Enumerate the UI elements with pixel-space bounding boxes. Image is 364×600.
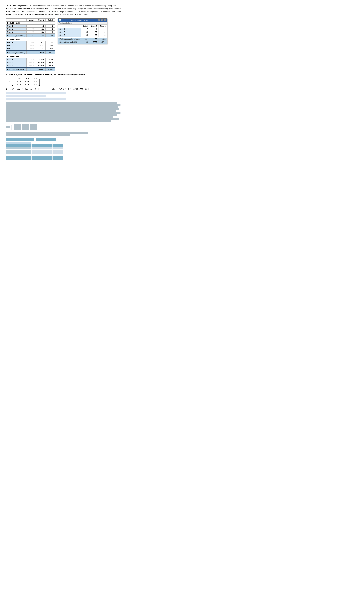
markov-spacer-row <box>58 37 107 38</box>
if-label: If: <box>6 88 8 90</box>
blurred-ans-2 <box>6 134 70 136</box>
prob-v2-p3: .321915 <box>36 68 46 71</box>
markov-cell-s3-s1: .05 <box>81 34 90 37</box>
cell-p2-s3-s2: .0925 <box>36 47 46 50</box>
blurred-cell-1-3 <box>53 147 63 150</box>
row-label: State 1 <box>6 41 27 44</box>
markov-cell-s2-s2: .85 <box>90 31 98 34</box>
cell-p2-s3-s3: .825 <box>46 47 55 50</box>
markov-cell-s3-s2: .05 <box>90 34 98 37</box>
blurred-answer-block-1 <box>6 92 123 97</box>
main-transition-table: State 1 State 2 State 3 End of Period 1 … <box>6 19 55 71</box>
blurred-matrix-cells <box>14 124 37 131</box>
blurred-cell-2-2 <box>42 150 52 152</box>
blurred-footer-row-2 <box>6 158 63 160</box>
blurred-footer-1-1 <box>32 156 42 158</box>
blurred-mc-22 <box>30 128 37 130</box>
blurred-col-h0 <box>6 144 31 147</box>
matrix-cell-12: 0.1 <box>30 80 38 83</box>
blurred-cell-1-2 <box>42 147 52 150</box>
prob-row-period1: End prob (given initial) .264 .33 .396 <box>6 34 55 37</box>
problem-text: 14-10) Over any given month, Dress-Rite … <box>6 4 123 16</box>
row-label: State 3 <box>6 47 27 50</box>
prob-v3-p1: .396 <box>46 34 55 37</box>
blurred-mc-11 <box>22 126 29 128</box>
pi1-expression: π(1) = 1⁄3(0.8 1 1.2) = (.264 .333 .396) <box>51 88 89 90</box>
row-label: State 1 <box>6 25 27 28</box>
minimize-button[interactable]: − <box>98 19 100 21</box>
prob-v1-p2: .2211 <box>27 51 36 54</box>
ending-prob-v2: .33 <box>90 38 98 41</box>
cell-p3-s1-s1: .37825 <box>27 58 36 61</box>
blurred-answer-block-2 <box>6 98 123 100</box>
cell-p1-s2-s3: .1 <box>46 28 55 31</box>
matrix-cell-11: 0.85 <box>22 80 30 83</box>
cell-p2-s1-s2: .165 <box>36 41 46 44</box>
spacer-row <box>6 54 55 55</box>
section-header-period1: End of Period 1 <box>6 22 55 25</box>
blurred-mc-12 <box>30 126 37 128</box>
blurred-cell-2-3 <box>53 150 63 152</box>
markov-results-table: State 1 State 2 State 3 State 1 7 .1 2 S… <box>58 25 107 44</box>
cell-p1-s1-s3: .2 <box>46 25 55 28</box>
blurred-problem-text <box>6 102 123 122</box>
maximize-button[interactable]: □ <box>101 19 103 21</box>
blurred-mc-10 <box>14 126 21 128</box>
blurred-row-label-2 <box>6 150 31 152</box>
right-bracket: ] <box>38 78 41 85</box>
ending-prob-v1: .264 <box>81 38 90 41</box>
blurred-col-h1 <box>32 144 42 147</box>
blurred-row-label-3 <box>6 152 31 154</box>
cell-p1-s3-s1: .05 <box>27 31 36 34</box>
ending-prob-label: Ending probability (given... <box>58 38 81 41</box>
table-header-row: State 1 State 2 State 3 <box>6 19 55 22</box>
matrix-cell-20: 0.05 <box>14 83 22 86</box>
cell-p3-s1-s3: .4145 <box>46 58 55 61</box>
row-label: State 2 <box>6 61 27 64</box>
markov-cell-s2-s3: .1 <box>98 31 107 34</box>
popup-window-controls[interactable]: − □ × <box>98 19 106 21</box>
spacer-row <box>6 37 55 38</box>
table-row: State 3 .0825 .0925 .825 <box>6 47 55 50</box>
blurred-row-label-1 <box>6 147 31 150</box>
steady-state-label: Steady State probability <box>58 41 81 44</box>
markov-col-empty <box>58 25 81 28</box>
steady-state-v3: .5714 <box>98 41 107 44</box>
if-then-line: If: π(0) = (1⁄3 1⁄3 1⁄3) = 1⁄3(1 1 1) π(… <box>6 88 123 90</box>
cell-p3-s2-s1: .103625 <box>27 61 36 64</box>
markov-analysis-popup: 📊 Markov Analysis Results − □ × (untitle… <box>58 19 108 44</box>
cell-p1-s2-s1: .05 <box>27 28 36 31</box>
close-button[interactable]: × <box>104 19 106 21</box>
blurred-table-row-2 <box>6 150 63 152</box>
popup-subtitle: (untitled) Solution <box>58 22 107 25</box>
row-label: State 3 <box>6 64 27 67</box>
blurred-footer-2-3 <box>53 158 63 160</box>
markov-cell-s1-s1: 7 <box>81 28 90 31</box>
markov-col-state3: State 3 <box>98 25 107 28</box>
markov-header-row: State 1 State 2 State 3 <box>58 25 107 28</box>
col-header-state2: State 2 <box>36 19 46 22</box>
blurred-para-1 <box>6 102 117 104</box>
blurred-para-7 <box>6 114 117 116</box>
cell-p3-s3-s1: .103625 <box>27 64 36 67</box>
markov-cell-s1-s3: 2 <box>98 28 107 31</box>
cell-p3-s2-s2: .640125 <box>36 61 46 64</box>
markov-row-label: State 3 <box>58 34 81 37</box>
steady-state-v2: .2857 <box>90 41 98 44</box>
blurred-para-10 <box>6 120 111 122</box>
markov-cell-s1-s2: .1 <box>90 28 98 31</box>
markov-col-state1: State 1 <box>81 25 90 28</box>
cell-p3-s3-s3: .76825 <box>46 64 55 67</box>
blurred-footer-2-1 <box>32 158 42 160</box>
prob-v3-p2: .4422 <box>46 51 55 54</box>
blurred-cell-3-2 <box>42 152 52 154</box>
markov-cell-s3-s3: .9 <box>98 34 107 37</box>
cell-p2-s1-s3: .33 <box>46 41 55 44</box>
markov-col-state2: State 2 <box>90 25 98 28</box>
blurred-cell-1-1 <box>32 147 42 150</box>
popup-title-bar: 📊 Markov Analysis Results − □ × <box>58 19 107 22</box>
blurred-para-8 <box>6 116 113 118</box>
prob-label-p1: End prob (given initial) <box>6 34 27 37</box>
prob-v3-p3: .47487 <box>46 68 55 71</box>
table-row: State 1 .37825 .20725 .4145 <box>6 58 55 61</box>
